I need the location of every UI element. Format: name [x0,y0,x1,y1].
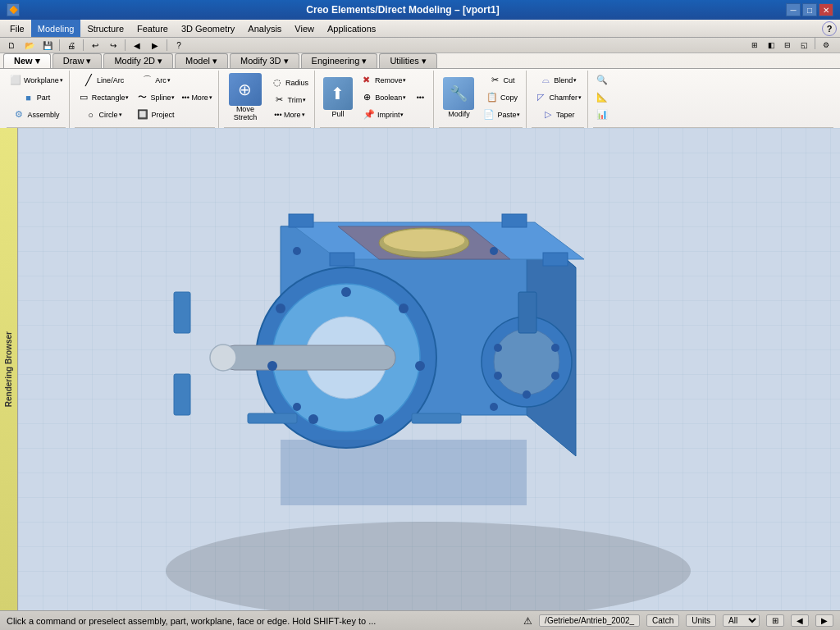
view-button-3[interactable]: ⊟ [780,38,795,52]
blend-icon: ⌓ [539,74,552,87]
separator-5 [815,38,815,49]
tab-draw[interactable]: Draw ▾ [52,53,103,68]
rendering-browser-tab[interactable]: Rendering Browser [0,128,18,610]
minimize-button[interactable]: ─ [786,3,801,16]
workplane-button[interactable]: ⬜ Workplane ▾ [7,72,66,89]
viewport-grid [18,128,840,610]
copy-button[interactable]: 📋 Copy [480,89,523,106]
nav-forward-button[interactable]: ▶ [147,38,163,52]
print-button[interactable]: 🖨 [63,38,80,52]
copy-icon: 📋 [486,91,499,104]
view-button-4[interactable]: ◱ [797,38,811,52]
taper-icon: ▷ [541,108,555,121]
status-btn-2[interactable]: ◀ [791,614,809,627]
pull-button[interactable]: ⬆ Pull [320,75,356,121]
svg-point-40 [490,403,498,411]
menu-3d-geometry[interactable]: 3D Geometry [175,20,241,37]
taper-button[interactable]: ▷ Taper [532,107,584,123]
svg-rect-34 [502,214,527,227]
open-button[interactable]: 📂 [21,38,38,52]
line-arc-button[interactable]: ╱ Line/Arc [75,72,132,89]
utility-btn-1[interactable]: 🔍 [593,72,613,89]
circle-arrow: ▾ [119,112,122,118]
tab-modify2d[interactable]: Modify 2D ▾ [103,53,173,68]
viewport[interactable] [18,128,840,610]
redo-button[interactable]: ↪ [105,38,121,52]
nav-back-button[interactable]: ◀ [129,38,145,52]
model-more-button[interactable]: ••• [410,92,430,103]
paste-button[interactable]: 📄 Paste▾ [480,107,523,123]
svg-point-25 [494,372,502,380]
assembly-button[interactable]: ⚙ Assembly [7,107,66,123]
blend-arrow: ▾ [573,77,577,84]
catch-button[interactable]: Catch [646,614,679,627]
status-btn-3[interactable]: ▶ [815,614,833,627]
imprint-icon: 📌 [363,108,376,121]
save-button[interactable]: 💾 [39,38,56,52]
menu-modeling[interactable]: Modeling [31,20,81,37]
ribbon-group-modify2d: ⊕ MoveStretch ◌ Radius ✂ Trim▾ ••• More▾ [221,71,315,137]
toolbar-area: 🗋 📂 💾 🖨 ↩ ↪ ◀ ▶ ? ⊞ ◧ ⊟ ◱ ⚙ New ▾ Draw ▾… [0,38,840,128]
more-arrow: ▾ [302,112,305,118]
view-button-1[interactable]: ⊞ [747,38,762,52]
help-button[interactable]: ? [171,38,187,52]
draw-more-button[interactable]: ••• More▾ [179,92,214,103]
menu-analysis[interactable]: Analysis [241,20,288,37]
title-bar: 🔶 Creo Elements/Direct Modeling – [vport… [0,0,840,20]
tab-new[interactable]: New ▾ [3,53,51,68]
tab-model[interactable]: Model ▾ [175,53,228,68]
boolean-button[interactable]: ⊕ Boolean▾ [358,89,409,106]
undo-button[interactable]: ↩ [87,38,103,52]
tab-modify3d[interactable]: Modify 3D ▾ [230,53,299,68]
project-button[interactable]: 🔲 Project [133,107,177,123]
trim-button[interactable]: ✂ Trim▾ [268,92,311,108]
svg-point-23 [551,372,559,380]
arc-button[interactable]: ⌒ Arc▾ [133,72,177,89]
separator-4 [167,39,167,51]
circle-button[interactable]: ○ Circle▾ [75,107,132,123]
svg-rect-33 [289,214,313,227]
utility-btn-2[interactable]: 📐 [593,89,613,106]
close-button[interactable]: ✕ [819,3,833,16]
spline-button[interactable]: 〜 Spline▾ [133,89,177,106]
status-btn-1[interactable]: ⊞ [766,614,784,627]
radius-button[interactable]: ◌ Radius [268,75,311,91]
tab-utilities[interactable]: Utilities ▾ [379,53,437,68]
move-stretch-button[interactable]: ⊕ MoveStretch [224,71,267,125]
window-controls[interactable]: ─ □ ✕ [786,3,833,16]
remove-button[interactable]: ✖ Remove▾ [358,72,409,89]
settings-button[interactable]: ⚙ [819,38,833,52]
svg-point-26 [494,344,502,352]
menu-applications[interactable]: Applications [321,20,382,37]
rectangle-button[interactable]: ▭ Rectangle▾ [75,89,132,106]
imprint-button[interactable]: 📌 Imprint▾ [358,107,409,123]
menu-feature[interactable]: Feature [130,20,175,37]
new-file-button[interactable]: 🗋 [3,38,20,52]
move-stretch-icon: ⊕ [229,73,262,106]
rect-arrow: ▾ [126,94,129,101]
modify3d-right: ✂ Cut 📋 Copy 📄 Paste▾ [480,72,523,123]
utility-btn-3[interactable]: 📊 [593,107,613,123]
svg-rect-35 [330,253,354,266]
model-right: ✖ Remove▾ ⊕ Boolean▾ 📌 Imprint▾ [358,72,409,123]
svg-point-38 [490,247,498,255]
pull-icon: ⬆ [323,77,353,110]
modify-button[interactable]: 🔧 Modify [439,75,478,121]
quick-access-toolbar: 🗋 📂 💾 🖨 ↩ ↪ ◀ ▶ ? ⊞ ◧ ⊟ ◱ ⚙ [0,38,840,53]
menu-help[interactable]: ? [822,21,837,36]
chamfer-button[interactable]: ◸ Chamfer▾ [532,89,584,106]
menu-view[interactable]: View [288,20,321,37]
part-button[interactable]: ■ Part [7,89,66,106]
blend-button[interactable]: ⌓ Blend▾ [532,72,584,89]
trim-arrow: ▾ [303,97,306,103]
restore-button[interactable]: □ [802,3,817,16]
menu-structure[interactable]: Structure [80,20,130,37]
cut-button[interactable]: ✂ Cut [480,72,523,89]
more-button[interactable]: ••• More▾ [268,109,311,121]
menu-file[interactable]: File [3,20,31,37]
line-arc-icon: ╱ [82,74,95,87]
tab-engineering[interactable]: Engineering ▾ [301,53,378,68]
view-button-2[interactable]: ◧ [764,38,778,52]
units-select[interactable]: All mm inch [723,614,760,627]
utility-icon-2: 📐 [596,91,609,104]
